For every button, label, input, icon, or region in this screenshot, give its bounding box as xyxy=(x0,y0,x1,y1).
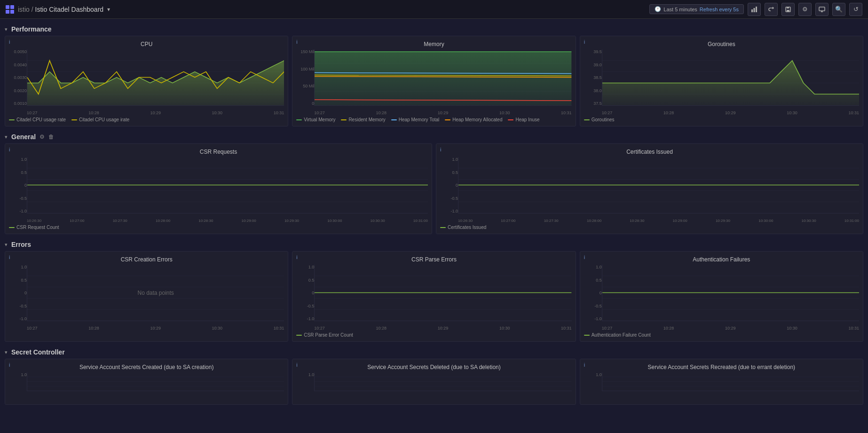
auth-failures-info-icon[interactable]: i xyxy=(584,254,585,260)
errors-title: Errors xyxy=(11,241,31,248)
csr-parse-errors-title: CSR Parse Errors xyxy=(296,256,571,263)
goroutines-yaxis: 39.539.038.538.037.5 xyxy=(584,49,602,106)
legend-dot-cert xyxy=(440,227,446,228)
main-content: ▾ Performance i CPU 0.00500.00400.00300.… xyxy=(0,19,868,412)
csr-creation-chart-inner: No data points xyxy=(27,265,284,321)
legend-auth-failure: Authentication Failure Count xyxy=(584,332,651,338)
csr-parse-info-icon[interactable]: i xyxy=(296,254,297,260)
csr-creation-info-icon[interactable]: i xyxy=(9,254,10,260)
no-data-label: No data points xyxy=(137,290,174,296)
secrets-created-area: 1.0 xyxy=(9,372,284,401)
csr-creation-errors-panel: i CSR Creation Errors 1.00.50-0.5-1.0 No… xyxy=(5,251,288,342)
svg-rect-0 xyxy=(751,9,753,12)
cpu-chart-inner xyxy=(27,49,284,106)
topbar-left: istio / Istio Citadel Dashboard ▾ xyxy=(6,5,110,14)
secret-controller-charts-row: i Service Account Secrets Created (due t… xyxy=(5,359,863,405)
cpu-svg xyxy=(27,49,284,105)
memory-info-icon[interactable]: i xyxy=(296,39,297,45)
certificates-info-icon[interactable]: i xyxy=(440,147,441,152)
secrets-deleted-chart-inner xyxy=(314,372,571,391)
cpu-xaxis: 10:2710:2810:2910:3010:31 xyxy=(27,110,284,115)
legend-dot-csr xyxy=(9,227,15,228)
certificates-chart-inner xyxy=(458,157,859,213)
csr-requests-svg xyxy=(27,157,428,213)
memory-chart-inner xyxy=(314,49,571,106)
legend-dot-csr-parse xyxy=(296,335,302,336)
secrets-created-yaxis: 1.0 xyxy=(9,372,27,391)
memory-legend: Virtual Memory Resident Memory Heap Memo… xyxy=(296,117,571,122)
secrets-deleted-area: 1.0 xyxy=(296,372,571,401)
secrets-created-info-icon[interactable]: i xyxy=(9,362,10,368)
csr-requests-chart-inner xyxy=(27,157,428,213)
svg-rect-2 xyxy=(756,7,757,12)
topbar: istio / Istio Citadel Dashboard ▾ 🕐 Last… xyxy=(0,0,868,19)
certificates-chart-title: Certificates Issued xyxy=(440,149,859,155)
errors-chevron: ▾ xyxy=(5,242,8,248)
secret-controller-section-header[interactable]: ▾ Secret Controller xyxy=(5,346,863,359)
csr-parse-chart-inner xyxy=(314,265,571,321)
general-settings-icon[interactable]: ⚙ xyxy=(39,134,45,140)
cpu-info-icon[interactable]: i xyxy=(9,39,10,45)
save-button[interactable] xyxy=(781,3,795,16)
certificates-svg xyxy=(458,157,859,213)
auth-failures-panel: i Authentication Failures 1.00.50-0.5-1.… xyxy=(580,251,863,342)
csr-parse-yaxis: 1.00.50-0.5-1.0 xyxy=(296,265,314,321)
legend-dot-ht xyxy=(391,119,397,120)
secrets-recreated-svg xyxy=(602,372,859,391)
goroutines-chart-inner xyxy=(602,49,859,106)
certificates-legend: Certificates Issued xyxy=(440,225,859,230)
tv-button[interactable] xyxy=(815,3,829,16)
csr-parse-svg xyxy=(315,265,571,321)
csr-parse-legend: CSR Parse Error Count xyxy=(296,332,571,338)
secrets-recreated-info-icon[interactable]: i xyxy=(584,362,585,368)
csr-requests-xaxis: 10:26:3010:27:0010:27:3010:28:0010:28:30… xyxy=(27,219,428,223)
memory-svg xyxy=(315,49,571,105)
goroutines-legend: Goroutines xyxy=(584,117,859,122)
certificates-chart-area: 1.00.50-0.5-1.0 10:26:3010:27:0010:27:30… xyxy=(440,157,859,223)
auth-failures-xaxis: 10:2710:2810:2910:3010:31 xyxy=(602,326,859,331)
csr-creation-errors-title: CSR Creation Errors xyxy=(9,256,284,263)
goroutines-info-icon[interactable]: i xyxy=(584,39,585,45)
legend-dot-auth xyxy=(584,335,590,336)
secrets-recreated-yaxis: 1.0 xyxy=(584,372,602,391)
legend-dot-ha xyxy=(445,119,450,120)
general-charts-row: i CSR Requests 1.00.50-0.5-1.0 10:2 xyxy=(5,143,863,234)
goroutines-xaxis: 10:2710:2810:2910:3010:31 xyxy=(602,110,859,115)
memory-chart-panel: i Memory 150 Mil100 Mil50 Mil0 xyxy=(292,36,576,126)
bar-chart-button[interactable] xyxy=(748,3,761,16)
dropdown-toggle[interactable]: ▾ xyxy=(107,6,110,13)
general-section-header[interactable]: ▾ General ⚙ 🗑 xyxy=(5,130,863,143)
legend-csr-count: CSR Request Count xyxy=(9,225,59,230)
breadcrumb: istio / Istio Citadel Dashboard xyxy=(18,6,103,13)
memory-yaxis: 150 Mil100 Mil50 Mil0 xyxy=(296,49,314,106)
refresh-button[interactable]: Refresh every 5s xyxy=(700,7,739,12)
auth-failures-title: Authentication Failures xyxy=(584,256,859,263)
legend-dot-vm xyxy=(296,119,302,120)
errors-section-header[interactable]: ▾ Errors xyxy=(5,238,863,251)
secrets-deleted-info-icon[interactable]: i xyxy=(296,362,297,368)
secrets-deleted-svg xyxy=(315,372,571,391)
legend-dot-hi xyxy=(508,119,513,120)
secret-controller-chevron: ▾ xyxy=(5,349,8,355)
goroutines-chart-area: 39.539.038.538.037.5 xyxy=(584,49,859,115)
cpu-yaxis: 0.00500.00400.00300.00200.0010 xyxy=(9,49,27,106)
csr-creation-xaxis: 10:2710:2810:2910:3010:31 xyxy=(27,326,284,331)
general-delete-icon[interactable]: 🗑 xyxy=(48,134,54,140)
share-button[interactable] xyxy=(765,3,778,16)
csr-requests-legend: CSR Request Count xyxy=(9,225,428,230)
performance-chevron: ▾ xyxy=(5,26,8,32)
legend-dot-cpu-rate xyxy=(9,119,15,120)
settings-button[interactable]: ⚙ xyxy=(798,3,812,16)
sync-button[interactable]: ↺ xyxy=(849,3,862,16)
goroutines-svg xyxy=(602,49,859,105)
general-chevron: ▾ xyxy=(5,134,8,140)
legend-virtual-memory: Virtual Memory xyxy=(296,117,335,122)
csr-parse-errors-panel: i CSR Parse Errors 1.00.50-0.5-1.0 xyxy=(292,251,576,342)
cpu-chart-panel: i CPU 0.00500.00400.00300.00200.0010 xyxy=(5,36,288,126)
auth-failures-area: 1.00.50-0.5-1.0 10:2710:2810:2910:3010:3… xyxy=(584,265,859,331)
csr-requests-info-icon[interactable]: i xyxy=(9,147,10,152)
performance-section-header[interactable]: ▾ Performance xyxy=(5,23,863,36)
search-button[interactable]: 🔍 xyxy=(832,3,845,16)
legend-heap-total: Heap Memory Total xyxy=(391,117,440,122)
secrets-deleted-yaxis: 1.0 xyxy=(296,372,314,391)
